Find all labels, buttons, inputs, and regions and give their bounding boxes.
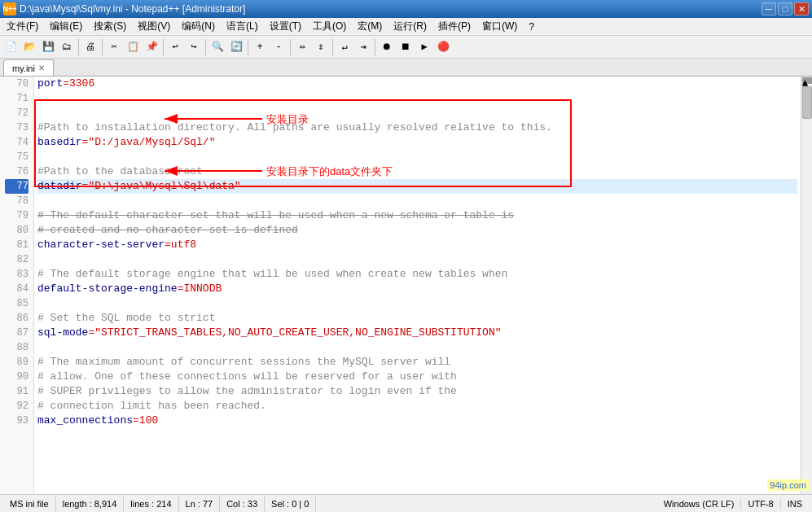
- tb-redo[interactable]: ↪: [185, 38, 203, 56]
- tb-copy[interactable]: 📋: [124, 38, 142, 56]
- title-bar-left: N++ D:\java\Mysql\Sql\my.ini - Notepad++…: [3, 2, 245, 15]
- code-line-83: # The default storage engine that will b…: [37, 267, 797, 282]
- line-number-88: 88: [5, 340, 29, 355]
- maximize-button[interactable]: □: [778, 2, 792, 15]
- menu-macro[interactable]: 宏(M): [353, 18, 387, 35]
- code-line-71: [37, 91, 797, 106]
- menu-run[interactable]: 运行(R): [388, 18, 432, 35]
- tb-sep2: [102, 39, 103, 55]
- sel-label: Sel : 0 | 0: [271, 499, 309, 509]
- code-line-79: # The default character set that will be…: [37, 208, 797, 223]
- code-line-91: # SUPER privileges to allow the administ…: [37, 384, 797, 399]
- line-number-78: 78: [5, 194, 29, 208]
- line-number-91: 91: [5, 384, 29, 399]
- menu-view[interactable]: 视图(V): [133, 18, 175, 35]
- line-number-77: 77: [5, 179, 29, 194]
- tb-sync-v[interactable]: ⇕: [312, 38, 330, 56]
- tb-macro-stop[interactable]: ⏹: [397, 38, 415, 56]
- status-lines: lines : 214: [124, 495, 178, 512]
- tb-replace[interactable]: 🔄: [227, 38, 245, 56]
- line-number-89: 89: [5, 355, 29, 370]
- status-length: length : 8,914: [56, 495, 125, 512]
- line-number-85: 85: [5, 296, 29, 311]
- code-line-90: # allow. One of these connections will b…: [37, 370, 797, 384]
- tb-macro-play[interactable]: ▶: [415, 38, 433, 56]
- code-line-89: # The maximum amount of concurrent sessi…: [37, 355, 797, 370]
- menu-window[interactable]: 窗口(W): [477, 18, 522, 35]
- watermark: 94ip.com: [767, 479, 809, 491]
- code-line-75: [37, 150, 797, 164]
- line-number-79: 79: [5, 208, 29, 223]
- tb-sep1: [78, 39, 79, 55]
- code-line-85: [37, 296, 797, 311]
- tb-run[interactable]: 🔴: [434, 38, 452, 56]
- tab-bar: my.ini ✕: [0, 59, 812, 77]
- format-label: UTF-8: [748, 499, 773, 509]
- status-mode: INS: [781, 499, 809, 509]
- tab-myini[interactable]: my.ini ✕: [3, 59, 54, 76]
- menu-bar: 文件(F) 编辑(E) 搜索(S) 视图(V) 编码(N) 语言(L) 设置(T…: [0, 18, 812, 36]
- tb-sep8: [375, 39, 375, 55]
- menu-plugins[interactable]: 插件(P): [433, 18, 476, 35]
- status-ln: Ln : 77: [179, 495, 221, 512]
- code-line-74: basedir="D:/java/Mysql/Sql/": [37, 135, 797, 150]
- status-bar: MS ini file length : 8,914 lines : 214 L…: [0, 494, 812, 512]
- tb-find[interactable]: 🔍: [208, 38, 226, 56]
- tab-close-icon[interactable]: ✕: [38, 63, 45, 72]
- length-label: length : 8,914: [63, 499, 117, 509]
- tb-undo[interactable]: ↩: [166, 38, 184, 56]
- tb-sync-h[interactable]: ⇔: [293, 38, 311, 56]
- line-number-76: 76: [5, 164, 29, 179]
- code-line-81: character-set-server=utf8: [37, 238, 797, 252]
- tb-save[interactable]: 💾: [39, 38, 57, 56]
- tb-zoom-in[interactable]: +: [251, 38, 269, 56]
- line-number-70: 70: [5, 77, 29, 91]
- line-number-72: 72: [5, 106, 29, 120]
- status-filetype: MS ini file: [3, 495, 56, 512]
- tb-indent[interactable]: ⇥: [354, 38, 372, 56]
- tb-macro-record[interactable]: ⏺: [378, 38, 396, 56]
- menu-file[interactable]: 文件(F): [2, 18, 43, 35]
- tb-open[interactable]: 📂: [20, 38, 38, 56]
- tb-zoom-out[interactable]: -: [270, 38, 287, 56]
- line-number-81: 81: [5, 238, 29, 252]
- line-number-92: 92: [5, 399, 29, 414]
- tb-cut[interactable]: ✂: [105, 38, 123, 56]
- toolbar: 📄 📂 💾 🗂 🖨 ✂ 📋 📌 ↩ ↪ 🔍 🔄 + - ⇔ ⇕ ↵ ⇥ ⏺ ⏹ …: [0, 36, 812, 59]
- line-number-84: 84: [5, 282, 29, 296]
- menu-encoding[interactable]: 编码(N): [177, 18, 220, 35]
- scroll-up-arrow[interactable]: ▲: [802, 77, 812, 84]
- menu-language[interactable]: 语言(L): [222, 18, 263, 35]
- tb-paste[interactable]: 📌: [143, 38, 160, 56]
- tb-sep3: [163, 39, 164, 55]
- tb-sep6: [290, 39, 291, 55]
- menu-tools[interactable]: 工具(O): [308, 18, 351, 35]
- code-line-87: sql-mode="STRICT_TRANS_TABLES,NO_AUTO_CR…: [37, 326, 797, 340]
- menu-edit[interactable]: 编辑(E): [45, 18, 87, 35]
- menu-help[interactable]: ?: [524, 20, 539, 34]
- menu-settings[interactable]: 设置(T): [265, 18, 306, 35]
- status-col: Col : 33: [220, 495, 265, 512]
- tab-label: my.ini: [12, 63, 35, 73]
- code-line-78: [37, 194, 797, 208]
- vertical-scrollbar[interactable]: ▲: [801, 77, 812, 494]
- line-number-83: 83: [5, 267, 29, 282]
- status-right: Windows (CR LF) UTF-8 INS: [657, 499, 809, 509]
- scrollbar-thumb[interactable]: [802, 86, 812, 119]
- title-bar: N++ D:\java\Mysql\Sql\my.ini - Notepad++…: [0, 0, 812, 18]
- line-number-73: 73: [5, 120, 29, 135]
- editor-content[interactable]: port=3306 #Path to installation director…: [34, 77, 801, 494]
- tb-saveall[interactable]: 🗂: [58, 38, 76, 56]
- tb-print[interactable]: 🖨: [81, 38, 99, 56]
- line-number-82: 82: [5, 252, 29, 267]
- menu-search[interactable]: 搜索(S): [89, 18, 131, 35]
- line-number-93: 93: [5, 414, 29, 428]
- minimize-button[interactable]: ─: [762, 2, 776, 15]
- window-controls: ─ □ ✕: [762, 2, 809, 15]
- line-number-87: 87: [5, 326, 29, 340]
- code-line-93: max_connections=100: [37, 414, 797, 428]
- tb-wrap[interactable]: ↵: [336, 38, 353, 56]
- code-line-76: #Path to the database root: [37, 164, 797, 179]
- tb-new[interactable]: 📄: [2, 38, 20, 56]
- close-button[interactable]: ✕: [794, 2, 809, 15]
